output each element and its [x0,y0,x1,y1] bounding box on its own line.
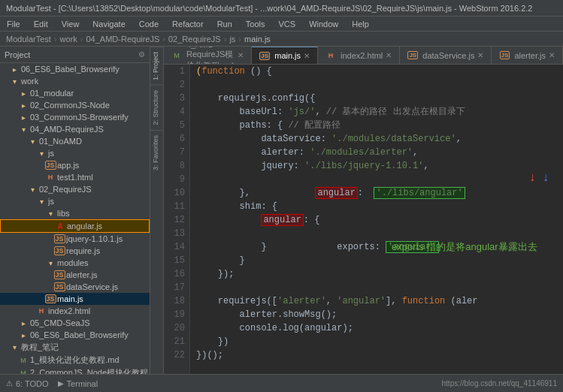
code-line-21: }) [196,335,557,348]
breadcrumb-mainjs[interactable]: main.js [244,35,271,44]
main-layout: Project ⚙ ▸ 06_ES6_Babel_Browserify ▾ wo… [0,47,563,374]
breadcrumb-02requirejs[interactable]: 02_RequireJS [168,35,221,44]
tree-item-02commonjs[interactable]: ▸ 02_CommonJS-Node [0,99,150,111]
md-icon: M [18,355,29,366]
tree-label: dataService.js [66,282,118,291]
menu-refactor[interactable]: Refactor [168,19,207,29]
js-icon: JS [45,294,56,304]
tree-item-06es6[interactable]: ▸ 06_ES6_Babel_Browserify [0,63,150,75]
tree-label: 2_CommonJS_Node模块化教程.md [30,367,150,374]
tree-item-note2[interactable]: M 2_CommonJS_Node模块化教程.md [0,366,150,374]
tree-item-note1[interactable]: M 1_模块化进化史教程.md [0,354,150,366]
folder-open-icon: ▾ [36,196,47,207]
tab-label: main.js [274,51,301,60]
tree-item-mainjs[interactable]: JS main.js [0,293,150,305]
tree-item-05cmd[interactable]: ▸ 05_CMD-SeaJS [0,317,150,329]
tab-mainjs[interactable]: JS main.js ✕ [252,47,318,64]
js-icon: JS [54,270,65,280]
tree-item-test1html[interactable]: H test1.html [0,171,150,183]
breadcrumb-04amd[interactable]: 04_AMD-RequireJS [86,35,160,44]
tab-label: index2.html [341,51,383,60]
tree-item-jqueryjs[interactable]: JS jquery-1.10.1.js [0,233,150,245]
title-bar: ModularTest - [C:\Users\13852\Desktop\mo… [0,0,563,17]
tree-item-01modular[interactable]: ▸ 01_modular [0,87,150,99]
tab-close-icon[interactable]: ✕ [238,51,244,59]
bottom-bar: ⚠ 6: TODO ▶ Terminal https://blog.csdn.n… [0,374,563,392]
side-tab-project[interactable]: 1: Project [150,47,163,85]
folder-open-icon: ▾ [27,136,38,146]
tree-item-appjs[interactable]: JS app.js [0,159,150,171]
code-content[interactable]: (function () { requirejs.config({ baseUr… [190,65,563,374]
menu-edit[interactable]: Edit [30,19,52,29]
tree-label: js [48,149,54,158]
menu-navigate[interactable]: Navigate [89,19,129,29]
tree-item-04amd[interactable]: ▾ 04_AMD-RequireJS [0,123,150,135]
tree-item-01noamd[interactable]: ▾ 01_NoAMD [0,135,150,147]
tree-item-jiaocheng[interactable]: ▾ 教程_笔记 [0,341,150,354]
menu-help[interactable]: Help [348,19,373,29]
side-tab-favorites[interactable]: 3: Favorites [150,130,163,175]
tab-label: 4_AMD-RequireJS模块化教程.md [186,47,235,65]
code-line-6: dataService: './modules/dataService', [196,132,557,146]
menu-view[interactable]: View [58,19,83,29]
angular-path-highlight: './libs/angular' [374,187,465,199]
folder-open-icon: ▾ [45,258,56,268]
md-icon: M [171,50,182,61]
tree-label: test1.html [57,173,93,182]
tab-4amd[interactable]: M 4_AMD-RequireJS模块化教程.md ✕ [164,47,252,64]
code-line-7: alerter: './modules/alerter', [196,146,557,159]
menu-run[interactable]: Run [213,19,236,29]
tree-label: 教程_笔记 [21,342,59,353]
tree-item-js02[interactable]: ▾ js [0,195,150,207]
breadcrumb-js[interactable]: js [229,35,235,44]
bottom-tab-terminal[interactable]: ▶ Terminal [58,379,98,388]
breadcrumb-work[interactable]: work [60,35,77,44]
tab-dataservicejs[interactable]: JS dataService.js ✕ [400,47,492,64]
tab-close-icon[interactable]: ✕ [549,51,555,59]
tree-item-modules[interactable]: ▾ modules [0,257,150,269]
bottom-tab-todo[interactable]: ⚠ 6: TODO [6,379,49,388]
tab-close-icon[interactable]: ✕ [477,51,483,59]
tab-close-icon[interactable]: ✕ [386,51,392,59]
tree-item-index2html[interactable]: H index2.html [0,305,150,317]
tree-item-libs[interactable]: ▾ libs [0,207,150,219]
menu-tools[interactable]: Tools [242,19,269,29]
tree-item-06es6b[interactable]: ▸ 06_ES6_Babel_Browserify [0,329,150,341]
code-line-19: alerter.showMsg(); [196,308,557,321]
menu-code[interactable]: Code [135,19,162,29]
breadcrumb-modulartest[interactable]: ModularTest [6,35,51,44]
tree-label: work [21,77,38,86]
tab-alerterjs[interactable]: JS alerter.js ✕ [492,47,563,64]
folder-icon: ▸ [18,100,29,110]
tree-item-03commonjs[interactable]: ▸ 03_CommonJS-Browserify [0,111,150,123]
tree-item-alerterjs[interactable]: JS alerter.js [0,269,150,281]
tree-label: jquery-1.10.1.js [66,234,123,243]
tree-item-angularjs[interactable]: A angular.js [0,219,150,233]
html-icon: H [36,306,47,316]
code-editor[interactable]: 1 2 3 4 5 6 7 8 9 10 11 12 13 14 15 16 1… [164,65,563,374]
menu-window[interactable]: Window [305,19,342,29]
tab-close-icon[interactable]: ✕ [304,52,310,60]
code-line-8: jquery: './libs/jquery-1.10.1', [196,159,557,173]
code-line-17 [196,281,557,294]
code-line-5: paths: { // 配置路径 [196,119,557,132]
tree-label: angular.js [67,222,102,231]
bottom-tab-label: 6: TODO [16,379,49,388]
tab-index2html[interactable]: H index2.html ✕ [318,47,400,64]
menu-vcs[interactable]: VCS [275,19,300,29]
tree-item-js01[interactable]: ▾ js [0,147,150,159]
project-panel: Project ⚙ ▸ 06_ES6_Babel_Browserify ▾ wo… [0,47,150,374]
folder-icon: ▸ [18,330,29,340]
tab-label: alerter.js [514,51,546,60]
tree-item-02requirejs[interactable]: ▾ 02_RequireJS [0,183,150,195]
tree-item-work[interactable]: ▾ work [0,75,150,87]
angular-key-highlight: angular [315,187,357,199]
side-tab-structure[interactable]: 2: Structure [150,85,163,130]
html-icon: H [45,172,56,182]
arrow-down-blue-icon: ↓ [542,171,549,185]
tree-item-requirejs[interactable]: JS require.js [0,245,150,257]
tree-label: alerter.js [66,270,98,279]
tree-label: 02_CommonJS-Node [30,101,110,110]
tree-item-dataservicejs[interactable]: JS dataService.js [0,281,150,293]
menu-file[interactable]: File [3,19,24,29]
